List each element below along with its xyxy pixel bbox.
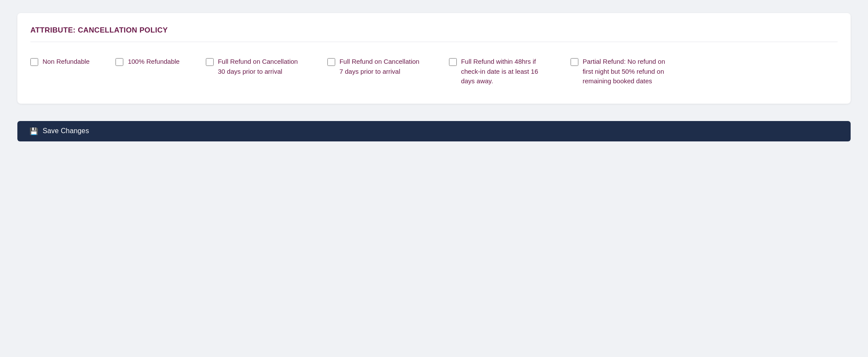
option-item: Non Refundable (30, 57, 89, 86)
save-button[interactable]: 💾 Save Changes (17, 121, 851, 141)
checkbox-opt_100_refundable[interactable] (116, 58, 123, 66)
option-label[interactable]: Partial Refund: No refund on first night… (583, 57, 666, 86)
option-label[interactable]: Non Refundable (43, 57, 89, 67)
card-title: ATTRIBUTE: CANCELLATION POLICY (30, 26, 838, 42)
option-item: Full Refund on Cancellation 30 days prio… (206, 57, 301, 86)
cancellation-policy-card: ATTRIBUTE: CANCELLATION POLICY Non Refun… (17, 13, 851, 104)
options-grid: Non Refundable100% RefundableFull Refund… (30, 52, 838, 91)
option-label[interactable]: Full Refund on Cancellation 7 days prior… (340, 57, 423, 76)
option-item: Partial Refund: No refund on first night… (571, 57, 666, 86)
option-item: Full Refund within 48hrs if check-in dat… (449, 57, 545, 86)
checkbox-opt_full_refund_7[interactable] (327, 58, 335, 66)
option-label[interactable]: 100% Refundable (128, 57, 179, 67)
option-item: Full Refund on Cancellation 7 days prior… (327, 57, 423, 86)
checkbox-opt_partial_refund[interactable] (571, 58, 578, 66)
save-icon: 💾 (30, 127, 38, 135)
option-label[interactable]: Full Refund on Cancellation 30 days prio… (218, 57, 301, 76)
option-label[interactable]: Full Refund within 48hrs if check-in dat… (461, 57, 545, 86)
save-button-label: Save Changes (43, 127, 89, 135)
option-item: 100% Refundable (116, 57, 179, 86)
checkbox-opt_full_refund_30[interactable] (206, 58, 214, 66)
checkbox-opt_non_refundable[interactable] (30, 58, 38, 66)
checkbox-opt_full_refund_48hrs[interactable] (449, 58, 457, 66)
